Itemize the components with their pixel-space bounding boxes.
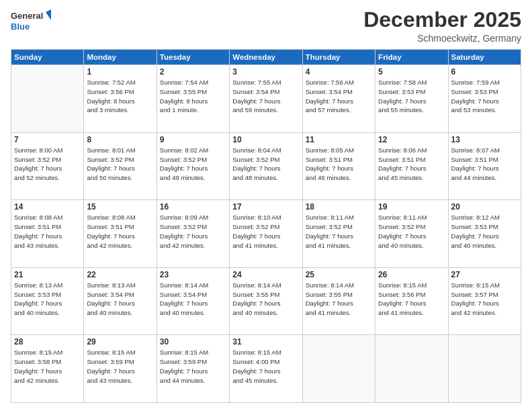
day-info: Sunrise: 7:59 AMSunset: 3:53 PMDaylight:… bbox=[451, 78, 518, 115]
day-cell-3: 3Sunrise: 7:55 AMSunset: 3:54 PMDaylight… bbox=[230, 65, 302, 133]
day-cell-25: 25Sunrise: 8:14 AMSunset: 3:55 PMDayligh… bbox=[302, 267, 375, 335]
page: General Blue December 2025 Schmoeckwitz,… bbox=[0, 0, 532, 411]
day-number: 15 bbox=[87, 202, 153, 212]
day-cell-6: 6Sunrise: 7:59 AMSunset: 3:53 PMDaylight… bbox=[448, 65, 521, 133]
day-cell-8: 8Sunrise: 8:01 AMSunset: 3:52 PMDaylight… bbox=[84, 132, 157, 200]
day-info: Sunrise: 8:15 AMSunset: 3:59 PMDaylight:… bbox=[160, 348, 226, 385]
day-info: Sunrise: 8:14 AMSunset: 3:54 PMDaylight:… bbox=[160, 281, 226, 318]
day-info: Sunrise: 8:15 AMSunset: 3:57 PMDaylight:… bbox=[451, 281, 518, 318]
day-number: 21 bbox=[14, 270, 81, 279]
day-cell-12: 12Sunrise: 8:06 AMSunset: 3:51 PMDayligh… bbox=[375, 132, 448, 200]
day-cell-27: 27Sunrise: 8:15 AMSunset: 3:57 PMDayligh… bbox=[448, 267, 521, 335]
day-info: Sunrise: 7:55 AMSunset: 3:54 PMDaylight:… bbox=[232, 78, 299, 115]
day-number: 20 bbox=[451, 202, 518, 212]
day-cell-20: 20Sunrise: 8:12 AMSunset: 3:53 PMDayligh… bbox=[448, 200, 521, 268]
day-header-thursday: Thursday bbox=[302, 50, 375, 65]
day-cell-28: 28Sunrise: 8:15 AMSunset: 3:58 PMDayligh… bbox=[11, 335, 84, 403]
day-info: Sunrise: 8:11 AMSunset: 3:52 PMDaylight:… bbox=[306, 213, 372, 250]
day-number: 30 bbox=[160, 337, 226, 347]
day-number: 18 bbox=[306, 202, 372, 212]
day-info: Sunrise: 8:15 AMSunset: 3:58 PMDaylight:… bbox=[14, 348, 81, 385]
day-number: 3 bbox=[232, 67, 299, 77]
empty-cell bbox=[448, 335, 521, 403]
day-number: 5 bbox=[378, 67, 445, 77]
day-number: 11 bbox=[306, 135, 372, 144]
day-number: 28 bbox=[14, 337, 81, 347]
day-info: Sunrise: 8:01 AMSunset: 3:52 PMDaylight:… bbox=[87, 146, 153, 183]
logo: General Blue bbox=[11, 8, 51, 32]
day-cell-26: 26Sunrise: 8:15 AMSunset: 3:56 PMDayligh… bbox=[375, 267, 448, 335]
day-cell-10: 10Sunrise: 8:04 AMSunset: 3:52 PMDayligh… bbox=[230, 132, 302, 200]
day-info: Sunrise: 8:13 AMSunset: 3:53 PMDaylight:… bbox=[14, 281, 81, 318]
day-number: 8 bbox=[87, 135, 153, 144]
day-header-saturday: Saturday bbox=[448, 50, 521, 65]
day-number: 2 bbox=[160, 67, 226, 77]
day-info: Sunrise: 8:08 AMSunset: 3:51 PMDaylight:… bbox=[14, 213, 81, 250]
header: General Blue December 2025 Schmoeckwitz,… bbox=[11, 8, 521, 44]
day-info: Sunrise: 8:14 AMSunset: 3:55 PMDaylight:… bbox=[306, 281, 372, 318]
day-cell-15: 15Sunrise: 8:08 AMSunset: 3:51 PMDayligh… bbox=[84, 200, 157, 268]
day-info: Sunrise: 8:02 AMSunset: 3:52 PMDaylight:… bbox=[160, 146, 226, 183]
empty-cell bbox=[302, 335, 375, 403]
day-cell-4: 4Sunrise: 7:56 AMSunset: 3:54 PMDaylight… bbox=[302, 65, 375, 133]
day-header-sunday: Sunday bbox=[11, 50, 84, 65]
day-number: 16 bbox=[160, 202, 226, 212]
day-info: Sunrise: 8:09 AMSunset: 3:52 PMDaylight:… bbox=[160, 213, 226, 250]
day-number: 10 bbox=[232, 135, 299, 144]
day-number: 4 bbox=[306, 67, 372, 77]
svg-text:Blue: Blue bbox=[11, 21, 30, 32]
day-cell-14: 14Sunrise: 8:08 AMSunset: 3:51 PMDayligh… bbox=[11, 200, 84, 268]
day-info: Sunrise: 8:08 AMSunset: 3:51 PMDaylight:… bbox=[87, 213, 153, 250]
location: Schmoeckwitz, Germany bbox=[363, 33, 521, 44]
day-cell-16: 16Sunrise: 8:09 AMSunset: 3:52 PMDayligh… bbox=[157, 200, 229, 268]
day-info: Sunrise: 8:06 AMSunset: 3:51 PMDaylight:… bbox=[378, 146, 445, 183]
day-info: Sunrise: 8:04 AMSunset: 3:52 PMDaylight:… bbox=[232, 146, 299, 183]
day-info: Sunrise: 8:15 AMSunset: 4:00 PMDaylight:… bbox=[232, 348, 299, 385]
day-cell-7: 7Sunrise: 8:00 AMSunset: 3:52 PMDaylight… bbox=[11, 132, 84, 200]
day-number: 31 bbox=[232, 337, 299, 347]
day-number: 13 bbox=[451, 135, 518, 144]
day-info: Sunrise: 8:00 AMSunset: 3:52 PMDaylight:… bbox=[14, 146, 81, 183]
day-header-wednesday: Wednesday bbox=[230, 50, 302, 65]
day-info: Sunrise: 8:10 AMSunset: 3:52 PMDaylight:… bbox=[232, 213, 299, 250]
day-info: Sunrise: 8:14 AMSunset: 3:55 PMDaylight:… bbox=[232, 281, 299, 318]
day-number: 19 bbox=[378, 202, 445, 212]
day-header-monday: Monday bbox=[84, 50, 157, 65]
day-number: 17 bbox=[232, 202, 299, 212]
logo-svg: General Blue bbox=[11, 8, 51, 32]
svg-marker-2 bbox=[46, 9, 51, 20]
day-cell-18: 18Sunrise: 8:11 AMSunset: 3:52 PMDayligh… bbox=[302, 200, 375, 268]
day-info: Sunrise: 8:13 AMSunset: 3:54 PMDaylight:… bbox=[87, 281, 153, 318]
day-number: 22 bbox=[87, 270, 153, 279]
empty-cell bbox=[11, 65, 84, 133]
day-cell-5: 5Sunrise: 7:58 AMSunset: 3:53 PMDaylight… bbox=[375, 65, 448, 133]
calendar-table: SundayMondayTuesdayWednesdayThursdayFrid… bbox=[11, 49, 521, 403]
day-info: Sunrise: 8:11 AMSunset: 3:52 PMDaylight:… bbox=[378, 213, 445, 250]
day-number: 26 bbox=[378, 270, 445, 279]
day-info: Sunrise: 8:05 AMSunset: 3:51 PMDaylight:… bbox=[306, 146, 372, 183]
day-number: 25 bbox=[306, 270, 372, 279]
day-cell-1: 1Sunrise: 7:52 AMSunset: 3:56 PMDaylight… bbox=[84, 65, 157, 133]
day-cell-22: 22Sunrise: 8:13 AMSunset: 3:54 PMDayligh… bbox=[84, 267, 157, 335]
day-cell-17: 17Sunrise: 8:10 AMSunset: 3:52 PMDayligh… bbox=[230, 200, 302, 268]
day-number: 1 bbox=[87, 67, 153, 77]
day-info: Sunrise: 8:07 AMSunset: 3:51 PMDaylight:… bbox=[451, 146, 518, 183]
day-number: 12 bbox=[378, 135, 445, 144]
day-info: Sunrise: 7:56 AMSunset: 3:54 PMDaylight:… bbox=[306, 78, 372, 115]
day-number: 23 bbox=[160, 270, 226, 279]
day-info: Sunrise: 8:15 AMSunset: 3:59 PMDaylight:… bbox=[87, 348, 153, 385]
day-number: 6 bbox=[451, 67, 518, 77]
day-info: Sunrise: 7:58 AMSunset: 3:53 PMDaylight:… bbox=[378, 78, 445, 115]
month-title: December 2025 bbox=[363, 8, 521, 32]
day-cell-31: 31Sunrise: 8:15 AMSunset: 4:00 PMDayligh… bbox=[230, 335, 302, 403]
day-number: 7 bbox=[14, 135, 81, 144]
empty-cell bbox=[375, 335, 448, 403]
day-cell-13: 13Sunrise: 8:07 AMSunset: 3:51 PMDayligh… bbox=[448, 132, 521, 200]
day-cell-2: 2Sunrise: 7:54 AMSunset: 3:55 PMDaylight… bbox=[157, 65, 229, 133]
day-cell-24: 24Sunrise: 8:14 AMSunset: 3:55 PMDayligh… bbox=[230, 267, 302, 335]
day-cell-29: 29Sunrise: 8:15 AMSunset: 3:59 PMDayligh… bbox=[84, 335, 157, 403]
day-number: 27 bbox=[451, 270, 518, 279]
day-info: Sunrise: 7:52 AMSunset: 3:56 PMDaylight:… bbox=[87, 78, 153, 115]
day-header-tuesday: Tuesday bbox=[157, 50, 229, 65]
day-cell-11: 11Sunrise: 8:05 AMSunset: 3:51 PMDayligh… bbox=[302, 132, 375, 200]
